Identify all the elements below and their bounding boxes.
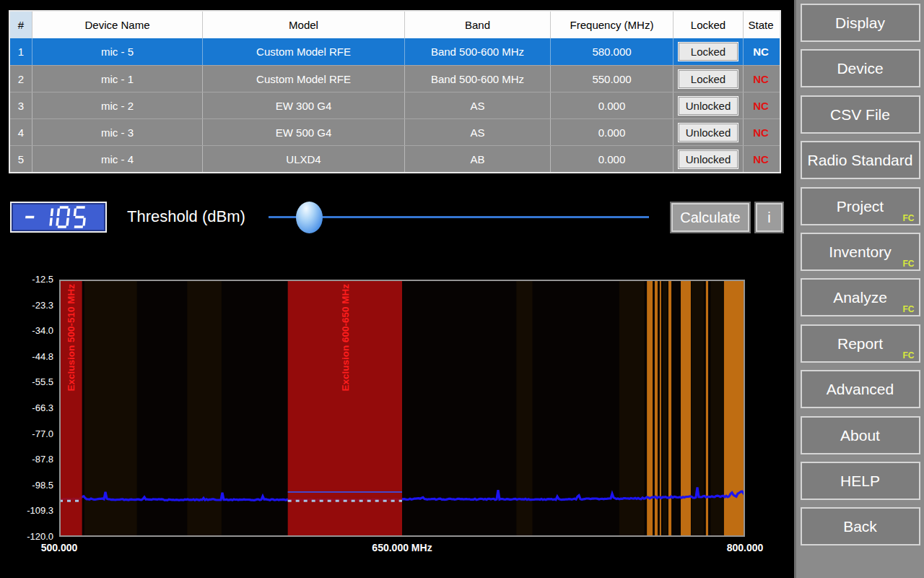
occupied-band xyxy=(724,280,745,537)
sidebar-button-report[interactable]: ReportFC xyxy=(801,324,920,363)
device-model: Custom Model RFE xyxy=(202,66,404,92)
row-number: 2 xyxy=(10,66,32,92)
exclusion-zone-label: Exclusion 600-650 MHz xyxy=(340,284,351,392)
sidebar-button-inventory[interactable]: InventoryFC xyxy=(801,233,920,271)
locked-cell: Unlocked xyxy=(673,92,743,118)
device-frequency: 0.000 xyxy=(550,146,673,172)
sidebar-button-analyze[interactable]: AnalyzeFC xyxy=(801,278,920,316)
sidebar-button-device[interactable]: Device xyxy=(801,49,920,87)
device-name: mic - 5 xyxy=(32,38,202,65)
info-button[interactable]: i xyxy=(756,203,783,232)
column-header: Band xyxy=(404,12,550,38)
sidebar-button-radio-standard[interactable]: Radio Standard xyxy=(801,141,920,179)
device-band: AS xyxy=(404,119,550,145)
column-header: Model xyxy=(202,12,404,38)
device-name: mic - 1 xyxy=(32,66,202,92)
table-row[interactable]: 5mic - 4ULXD4AB0.000UnlockedNC xyxy=(10,145,780,172)
column-header: Frequency (MHz) xyxy=(550,12,673,38)
faint-band xyxy=(711,280,723,537)
y-tick-label: -23.3 xyxy=(1,300,53,311)
device-frequency: 580.000 xyxy=(550,38,673,65)
app-window: #Device NameModelBandFrequency (MHz)Lock… xyxy=(0,0,924,578)
x-tick-label: 650.000 MHz xyxy=(372,542,432,553)
device-model: ULXD4 xyxy=(202,146,404,172)
device-name: mic - 3 xyxy=(32,119,202,145)
table-body: 1mic - 5Custom Model RFEBand 500-600 MHz… xyxy=(10,38,780,172)
device-model: EW 500 G4 xyxy=(202,119,404,145)
device-model: EW 300 G4 xyxy=(202,92,404,118)
lock-toggle-button[interactable]: Unlocked xyxy=(678,123,738,142)
sidebar-button-display[interactable]: Display xyxy=(801,4,920,42)
sidebar-button-advanced[interactable]: Advanced xyxy=(801,370,920,408)
table-row[interactable]: 2mic - 1Custom Model RFEBand 500-600 MHz… xyxy=(10,65,780,92)
slider-thumb[interactable] xyxy=(296,202,323,233)
spectrum-plot: Exclusion 500-510 MHzExclusion 600-650 M… xyxy=(59,280,745,537)
lock-toggle-button[interactable]: Locked xyxy=(678,42,738,61)
column-header: State xyxy=(743,12,778,38)
y-tick-label: -34.0 xyxy=(1,325,53,336)
device-band: AS xyxy=(404,92,550,118)
state-badge: NC xyxy=(743,38,778,65)
column-header: Locked xyxy=(673,12,743,38)
device-frequency: 0.000 xyxy=(550,119,673,145)
threshold-display xyxy=(10,202,107,233)
sidebar: DisplayDeviceCSV FileRadio StandardProje… xyxy=(794,0,924,578)
y-tick-label: -55.5 xyxy=(1,376,53,387)
x-tick-label: 800.000 xyxy=(727,542,764,553)
lock-toggle-button[interactable]: Unlocked xyxy=(678,96,738,116)
column-header: Device Name xyxy=(32,12,202,38)
y-tick-label: -98.5 xyxy=(1,480,53,491)
row-number: 4 xyxy=(10,119,32,145)
sidebar-button-csv-file[interactable]: CSV File xyxy=(801,95,920,134)
device-frequency: 550.000 xyxy=(550,66,673,92)
state-badge: NC xyxy=(743,146,778,172)
spectrum-chart: -12.5-23.3-34.0-44.8-55.5-66.3-77.0-87.8… xyxy=(0,267,794,578)
device-table: #Device NameModelBandFrequency (MHz)Lock… xyxy=(9,10,781,173)
fc-badge: FC xyxy=(903,350,915,361)
y-tick-label: -77.0 xyxy=(1,428,53,439)
x-tick-label: 500.000 xyxy=(41,542,78,553)
row-number: 5 xyxy=(10,146,32,172)
lock-toggle-button[interactable]: Locked xyxy=(678,69,738,89)
row-number: 1 xyxy=(10,38,32,65)
state-badge: NC xyxy=(743,119,778,145)
y-tick-label: -12.5 xyxy=(1,274,53,285)
y-tick-label: -120.0 xyxy=(1,531,53,542)
fc-badge: FC xyxy=(903,304,915,314)
locked-cell: Locked xyxy=(673,38,743,65)
threshold-label: Threshold (dBm) xyxy=(127,207,245,226)
table-header-row: #Device NameModelBandFrequency (MHz)Lock… xyxy=(10,12,780,38)
device-band: AB xyxy=(404,146,550,172)
calculate-button[interactable]: Calculate xyxy=(671,203,749,232)
device-model: Custom Model RFE xyxy=(202,38,404,65)
state-badge: NC xyxy=(743,92,778,118)
sidebar-button-project[interactable]: ProjectFC xyxy=(801,187,920,225)
y-tick-label: -87.8 xyxy=(1,454,53,465)
table-row[interactable]: 1mic - 5Custom Model RFEBand 500-600 MHz… xyxy=(10,38,780,65)
y-tick-label: -66.3 xyxy=(1,402,53,413)
fc-badge: FC xyxy=(903,259,915,269)
column-header: # xyxy=(10,12,32,38)
table-row[interactable]: 4mic - 3EW 500 G4AS0.000UnlockedNC xyxy=(10,118,780,145)
exclusion-zone-label: Exclusion 500-510 MHz xyxy=(66,284,77,392)
state-badge: NC xyxy=(743,66,778,92)
threshold-slider[interactable] xyxy=(269,202,649,233)
row-number: 3 xyxy=(10,92,32,118)
sidebar-button-help[interactable]: HELP xyxy=(801,462,920,500)
y-tick-label: -109.3 xyxy=(1,505,53,516)
sidebar-button-about[interactable]: About xyxy=(801,416,920,454)
sidebar-button-back[interactable]: Back xyxy=(801,507,920,545)
locked-cell: Unlocked xyxy=(673,146,743,172)
table-row[interactable]: 3mic - 2EW 300 G4AS0.000UnlockedNC xyxy=(10,92,780,118)
locked-cell: Unlocked xyxy=(673,119,743,145)
device-name: mic - 2 xyxy=(32,92,202,118)
lock-toggle-button[interactable]: Unlocked xyxy=(678,150,738,169)
fc-badge: FC xyxy=(903,213,915,223)
device-band: Band 500-600 MHz xyxy=(404,38,550,65)
device-band: Band 500-600 MHz xyxy=(404,66,550,92)
seven-segment-value xyxy=(21,205,96,230)
y-tick-label: -44.8 xyxy=(1,351,53,362)
locked-cell: Locked xyxy=(673,66,743,92)
slider-track[interactable] xyxy=(269,216,649,218)
device-name: mic - 4 xyxy=(32,146,202,172)
